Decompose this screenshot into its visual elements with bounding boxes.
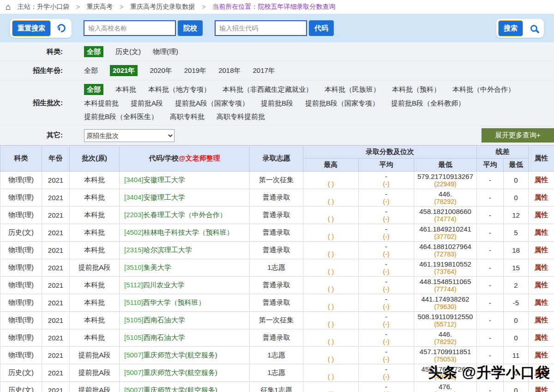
expand-more-button[interactable]: 展开更多查询+ — [482, 128, 554, 143]
school-link[interactable]: [2203]长春理工大学（中外合作） — [124, 211, 227, 219]
diff-avg-cell: - — [477, 277, 504, 294]
filter-option[interactable]: 提前批B段（国家专项） — [305, 98, 379, 108]
attr-link[interactable]: 属性 — [529, 189, 554, 207]
batch-cell: 提前批A段 — [70, 364, 120, 382]
wish-cell: 普通录取 — [250, 242, 303, 259]
filter-option[interactable]: 提前批B段 — [261, 98, 293, 108]
school-search-button[interactable]: 院校 — [178, 20, 203, 36]
code-search-button[interactable]: 代码 — [309, 20, 334, 36]
filter-option[interactable]: 全部 — [84, 84, 103, 95]
school-link[interactable]: [5007]重庆师范大学(航空服务) — [124, 386, 217, 392]
avg-score-cell: -(-) — [359, 364, 414, 382]
wish-cell: 1志愿 — [250, 259, 303, 277]
school-name: 四川农业大学 — [143, 281, 185, 289]
filter-option[interactable]: 本科提前批 — [84, 98, 119, 108]
filter-option[interactable]: 历史(文) — [115, 47, 141, 57]
school-link[interactable]: [4502]桂林电子科技大学（预科班） — [124, 228, 234, 236]
home-icon[interactable]: ⌂ — [6, 2, 11, 12]
attr-link[interactable]: 属性 — [529, 259, 554, 277]
col-batch: 批次(原) — [70, 146, 120, 172]
filter-option[interactable]: 本科批 — [115, 84, 136, 95]
filter-option[interactable]: 2021年 — [110, 65, 138, 76]
school-code: [3404] — [124, 193, 144, 201]
low-score-cell: 476.(42751) — [414, 382, 477, 392]
school-link[interactable]: [5007]重庆师范大学(航空服务) — [124, 351, 217, 359]
avg-score-cell: -(-) — [359, 207, 414, 224]
filter-option[interactable]: 2019年 — [184, 65, 206, 76]
breadcrumb-item-main[interactable]: 主站：升学小口袋 — [18, 3, 69, 11]
original-batch-select[interactable]: 原招生批次 — [84, 129, 175, 142]
high-score-cell: ( ) — [303, 347, 359, 364]
wish-cell: 普通录取 — [250, 224, 303, 242]
school-code: [3404] — [124, 176, 144, 184]
filter-option[interactable]: 全部 — [84, 65, 98, 76]
refresh-icon[interactable] — [53, 20, 70, 36]
filter-option[interactable]: 本科批（预科） — [392, 84, 440, 95]
low-score-cell: 461.1919810552(73764) — [414, 259, 477, 277]
batch-cell: 提前批A段 — [70, 259, 120, 277]
filter-option[interactable]: 高职专科提前批 — [217, 112, 265, 122]
filter-option[interactable]: 提前批B段（全科医生） — [84, 112, 158, 122]
attr-link[interactable]: 属性 — [529, 382, 554, 392]
filter-option[interactable]: 物理(理) — [153, 47, 178, 57]
school-link[interactable]: [3510]集美大学 — [124, 263, 171, 271]
avg-score-cell: -(-) — [359, 312, 414, 329]
filter-option[interactable]: 2017年 — [253, 65, 275, 76]
school-name: 西华大学（预科班） — [143, 298, 205, 306]
school-link[interactable]: [5105]西南石油大学 — [124, 316, 185, 324]
school-name-input[interactable] — [84, 20, 176, 36]
high-score-cell: ( ) — [303, 224, 359, 242]
subject-cell: 物理(理) — [0, 189, 42, 207]
attr-link[interactable]: 属性 — [529, 207, 554, 224]
breadcrumb-item-history-data[interactable]: 重庆高考历史录取数据 — [130, 3, 195, 11]
col-avg: 平均 — [359, 159, 414, 172]
magnifier-icon[interactable] — [525, 20, 542, 36]
diff-avg-cell: - — [477, 259, 504, 277]
school-link[interactable]: [5112]四川农业大学 — [124, 281, 185, 289]
col-subject: 科类 — [0, 146, 42, 172]
breadcrumb: ⌂ 主站：升学小口袋 > 重庆高考 > 重庆高考历史录取数据 > 当前所在位置：… — [0, 0, 554, 14]
admission-code-input[interactable] — [215, 20, 307, 36]
year-cell: 2021 — [42, 347, 70, 364]
batch-cell: 本科批 — [70, 207, 120, 224]
avg-score-cell: -(-) — [359, 347, 414, 364]
year-cell: 2021 — [42, 172, 70, 189]
filter-option[interactable]: 2018年 — [218, 65, 241, 76]
search-button[interactable]: 搜索 — [498, 20, 523, 36]
attr-link[interactable]: 属性 — [529, 312, 554, 329]
attr-link[interactable]: 属性 — [529, 172, 554, 189]
school-link[interactable]: [2315]哈尔滨理工大学 — [124, 246, 192, 254]
filter-option[interactable]: 本科批（中外合作） — [452, 84, 515, 95]
reset-search-button[interactable]: 重置搜索 — [12, 20, 51, 36]
diff-low-cell: 18 — [504, 242, 529, 259]
breadcrumb-item-gaokao[interactable]: 重庆高考 — [87, 3, 113, 11]
school-link[interactable]: [3404]安徽理工大学 — [124, 176, 185, 184]
breadcrumb-separator: > — [76, 3, 80, 11]
filter-option[interactable]: 高职专科批 — [170, 112, 205, 122]
school-link[interactable]: [5105]西南石油大学 — [124, 333, 185, 341]
filter-option[interactable]: 提前批A段 — [131, 98, 163, 108]
filter-option[interactable]: 全部 — [84, 46, 103, 57]
subject-cell: 物理(理) — [0, 277, 42, 294]
attr-link[interactable]: 属性 — [529, 329, 554, 347]
filter-option[interactable]: 2020年 — [150, 65, 172, 76]
subject-cell: 物理(理) — [0, 259, 42, 277]
filter-option[interactable]: 本科批（地方专项） — [148, 84, 211, 95]
year-cell: 2021 — [42, 224, 70, 242]
school-link[interactable]: [3404]安徽理工大学 — [124, 193, 185, 201]
school-link[interactable]: [5110]西华大学（预科班） — [124, 298, 205, 306]
subject-cell: 历史(文) — [0, 364, 42, 382]
attr-link[interactable]: 属性 — [529, 224, 554, 242]
filter-option[interactable]: 提前批B段（全科教师） — [391, 98, 465, 108]
filter-option[interactable]: 提前批A段（国家专项） — [175, 98, 249, 108]
attr-link[interactable]: 属性 — [529, 242, 554, 259]
batch-cell: 本科批 — [70, 329, 120, 347]
school-link[interactable]: [5007]重庆师范大学(航空服务) — [124, 368, 217, 376]
attr-link[interactable]: 属性 — [529, 347, 554, 364]
attr-link[interactable]: 属性 — [529, 277, 554, 294]
filter-option[interactable]: 本科批（非西藏生定藏就业） — [223, 84, 313, 95]
attr-link[interactable]: 属性 — [529, 294, 554, 312]
school-cell: [2315]哈尔滨理工大学 — [120, 242, 250, 259]
filter-option[interactable]: 本科批（民族班） — [325, 84, 380, 95]
wish-cell: 1志愿 — [250, 364, 303, 382]
